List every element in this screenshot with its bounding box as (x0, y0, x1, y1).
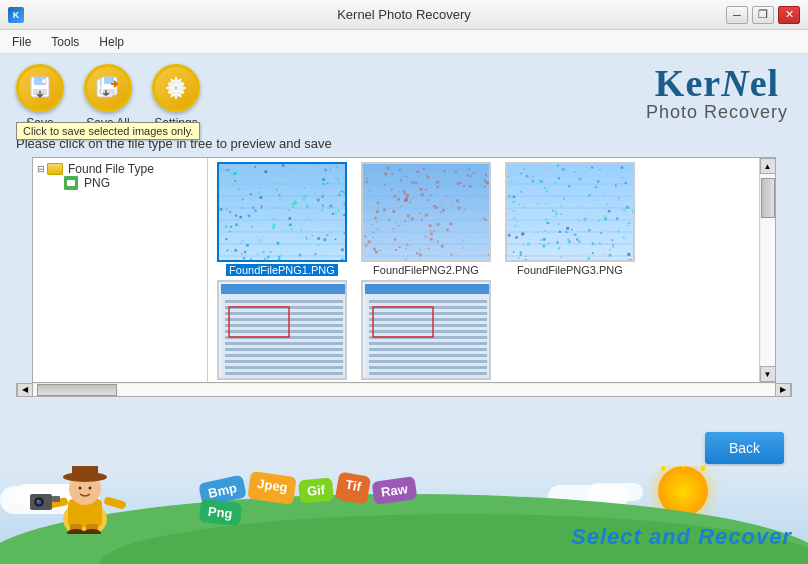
svg-point-27 (37, 500, 39, 502)
thumbnail-2 (363, 164, 491, 262)
scroll-up-arrow[interactable]: ▲ (760, 158, 776, 174)
preview-thumb-4[interactable] (217, 280, 347, 380)
logo: KerNel Photo Recovery (646, 64, 788, 123)
close-button[interactable]: ✕ (778, 6, 800, 24)
svg-rect-21 (103, 496, 126, 509)
main-area: Save Click to save selected images only.… (0, 54, 808, 564)
vertical-scrollbar[interactable]: ▲ ▼ (759, 158, 775, 382)
preview-item-2[interactable]: FoundFilePNG2.PNG (356, 162, 496, 276)
svg-rect-24 (52, 496, 60, 502)
tree-child-png[interactable]: PNG (57, 176, 203, 190)
menu-file[interactable]: File (4, 33, 39, 51)
scroll-down-arrow[interactable]: ▼ (760, 366, 776, 382)
tree-root-label: Found File Type (68, 162, 154, 176)
format-png: Png (199, 499, 242, 526)
window-title: Kernel Photo Recovery (337, 7, 471, 22)
svg-point-19 (89, 487, 92, 490)
preview-thumb-3[interactable] (505, 162, 635, 262)
tree-expand-icon: ⊟ (37, 164, 45, 174)
thumbnail-3 (507, 164, 635, 262)
svg-point-12 (174, 86, 179, 91)
thumbnail-5 (363, 282, 491, 380)
format-tif: Tif (335, 471, 371, 504)
settings-icon (152, 64, 200, 112)
settings-button[interactable]: Settings (152, 64, 200, 130)
preview-item-4[interactable]: FoundFilePNG4.PNG (212, 280, 352, 382)
scroll-right-arrow[interactable]: ▶ (775, 383, 791, 397)
back-button[interactable]: Back (705, 432, 784, 464)
preview-item-3[interactable]: FoundFilePNG3.PNG (500, 162, 640, 276)
format-tags: Bmp Jpeg Gif Tif Raw Png (200, 479, 450, 524)
toolbar: Save Click to save selected images only.… (0, 54, 808, 134)
app-icon: K (8, 7, 24, 23)
preview-name-2: FoundFilePNG2.PNG (373, 264, 479, 276)
format-gif: Gif (298, 478, 334, 504)
menu-tools[interactable]: Tools (43, 33, 87, 51)
thumbnail-4 (219, 282, 347, 380)
restore-button[interactable]: ❐ (752, 6, 774, 24)
save-all-button[interactable]: Save All (84, 64, 132, 130)
svg-point-3 (42, 79, 47, 84)
tree-child-label: PNG (84, 176, 110, 190)
window-controls: ─ ❐ ✕ (726, 6, 800, 24)
save-button[interactable]: Save Click to save selected images only. (16, 64, 64, 130)
tree-root[interactable]: ⊟ Found File Type (37, 162, 203, 176)
horizontal-scrollbar[interactable]: ◀ ▶ (16, 383, 792, 397)
preview-item-1[interactable]: FoundFilePNG1.PNG (212, 162, 352, 276)
menu-help[interactable]: Help (91, 33, 132, 51)
preview-thumb-2[interactable] (361, 162, 491, 262)
logo-subtitle: Photo Recovery (646, 102, 788, 123)
preview-name-3: FoundFilePNG3.PNG (517, 264, 623, 276)
title-bar: K Kernel Photo Recovery ─ ❐ ✕ (0, 0, 808, 30)
svg-rect-17 (72, 466, 98, 479)
scroll-h-thumb[interactable] (37, 384, 117, 396)
preview-thumb-1[interactable] (217, 162, 347, 262)
menu-bar: File Tools Help (0, 30, 808, 54)
svg-point-26 (37, 500, 42, 505)
folder-icon (47, 163, 63, 175)
svg-point-18 (79, 487, 82, 490)
logo-title: KerNel (646, 64, 788, 102)
scroll-h-track[interactable] (33, 384, 775, 396)
save-tooltip: Click to save selected images only. (16, 122, 200, 140)
preview-item-5[interactable]: FoundFilePNG5.PNG (356, 280, 496, 382)
save-all-icon (84, 64, 132, 112)
preview-panel[interactable]: FoundFilePNG1.PNG FoundFilePNG2.PNG Foun… (208, 158, 759, 382)
cloud-4 (588, 483, 643, 501)
content-area: ⊟ Found File Type PNG FoundFilePNG1 (32, 157, 776, 383)
select-recover-text: Select and Recover (571, 524, 792, 550)
bottom-decoration: Bmp Jpeg Gif Tif Raw Png Select and Reco… (0, 466, 808, 564)
scroll-thumb[interactable] (761, 178, 775, 218)
character (30, 466, 150, 529)
thumbnail-1 (219, 164, 347, 262)
minimize-button[interactable]: ─ (726, 6, 748, 24)
scroll-track[interactable] (761, 174, 775, 366)
scroll-left-arrow[interactable]: ◀ (17, 383, 33, 397)
save-icon (16, 64, 64, 112)
format-jpeg: Jpeg (247, 471, 297, 505)
format-raw: Raw (372, 476, 418, 505)
file-icon (64, 176, 78, 190)
tree-panel[interactable]: ⊟ Found File Type PNG (33, 158, 208, 382)
preview-thumb-5[interactable] (361, 280, 491, 380)
preview-name-1: FoundFilePNG1.PNG (226, 264, 338, 276)
svg-rect-8 (104, 77, 114, 84)
